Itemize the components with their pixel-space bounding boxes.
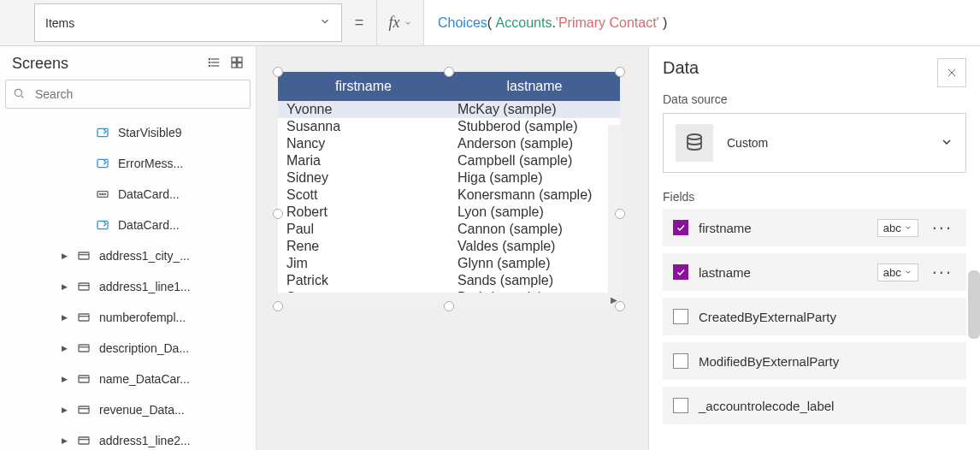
- table-row[interactable]: NancyAnderson (sample): [278, 135, 620, 152]
- field-row[interactable]: _accountrolecode_label: [663, 387, 966, 424]
- field-row[interactable]: firstnameabc ···: [663, 209, 966, 246]
- tree-item[interactable]: ▶address1_city_...: [0, 240, 256, 271]
- tree-item[interactable]: ErrorMess...: [0, 148, 256, 179]
- property-name: Items: [45, 16, 74, 30]
- data-panel-title: Data: [663, 58, 699, 78]
- data-table-rows: YvonneMcKay (sample)SusannaStubberod (sa…: [278, 101, 620, 306]
- checkbox[interactable]: [673, 398, 688, 413]
- caret-right-icon[interactable]: ▶: [60, 436, 68, 445]
- caret-right-icon[interactable]: ▶: [60, 282, 68, 291]
- tree-view: StarVisible9ErrorMess...DataCard...DataC…: [0, 114, 256, 450]
- table-cell: Sidney: [278, 169, 449, 187]
- resize-handle[interactable]: [444, 67, 454, 77]
- table-row[interactable]: ScottKonersmann (sample): [278, 187, 620, 204]
- field-row[interactable]: lastnameabc ···: [663, 253, 966, 291]
- fx-button[interactable]: fx: [376, 0, 424, 45]
- data-source-selector[interactable]: Custom: [663, 113, 966, 173]
- list-view-icon[interactable]: [208, 56, 221, 72]
- fields-label: Fields: [663, 190, 966, 204]
- svg-rect-6: [232, 57, 236, 62]
- search-input[interactable]: [32, 80, 250, 108]
- resize-handle[interactable]: [273, 301, 283, 311]
- field-type-select[interactable]: abc: [877, 263, 918, 281]
- tree-item[interactable]: ▶description_Da...: [0, 333, 256, 364]
- tree-item-label: ErrorMess...: [118, 157, 183, 170]
- checkbox[interactable]: [673, 220, 688, 235]
- svg-rect-29: [79, 406, 89, 413]
- table-row[interactable]: SidneyHiga (sample): [278, 169, 620, 187]
- table-header-cell[interactable]: firstname: [278, 72, 449, 101]
- table-row[interactable]: PatrickSands (sample): [278, 272, 620, 289]
- svg-rect-31: [79, 437, 89, 444]
- tree-item[interactable]: ▶revenue_Data...: [0, 394, 256, 425]
- svg-rect-19: [79, 252, 89, 259]
- caret-right-icon[interactable]: ▶: [60, 375, 68, 383]
- field-name: firstname: [699, 221, 867, 235]
- datacard-icon: [75, 249, 92, 263]
- resize-handle[interactable]: [615, 209, 625, 219]
- svg-point-4: [209, 62, 210, 62]
- resize-handle[interactable]: [615, 67, 625, 77]
- table-row[interactable]: YvonneMcKay (sample): [278, 101, 620, 118]
- scrollbar-vertical[interactable]: [968, 270, 980, 339]
- checkbox[interactable]: [673, 264, 688, 280]
- caret-right-icon[interactable]: ▶: [60, 344, 68, 352]
- tree-item[interactable]: ▶numberofempl...: [0, 302, 256, 333]
- caret-right-icon[interactable]: ▶: [60, 313, 68, 322]
- field-name: _accountrolecode_label: [699, 399, 956, 413]
- svg-point-35: [688, 134, 701, 139]
- property-select[interactable]: Items: [34, 3, 342, 42]
- datacard-icon: [75, 372, 92, 386]
- table-row[interactable]: MariaCampbell (sample): [278, 152, 620, 169]
- table-cell: Maria: [278, 152, 449, 169]
- table-row[interactable]: ReneValdes (sample): [278, 238, 620, 255]
- grid-view-icon[interactable]: [230, 56, 244, 72]
- screens-title: Screens: [12, 55, 68, 73]
- formula-bar: Items = fx Choices( Accounts.'Primary Co…: [0, 0, 980, 46]
- field-row[interactable]: CreatedByExternalParty: [663, 298, 966, 335]
- caret-right-icon[interactable]: ▶: [60, 252, 68, 260]
- resize-handle[interactable]: [444, 301, 454, 311]
- checkbox[interactable]: [673, 353, 688, 369]
- table-row[interactable]: PaulCannon (sample): [278, 221, 620, 238]
- tree-item-label: StarVisible9: [118, 126, 181, 139]
- search-box: [5, 80, 251, 109]
- table-cell: McKay (sample): [449, 101, 620, 118]
- table-row[interactable]: JimGlynn (sample): [278, 255, 620, 272]
- resize-handle[interactable]: [273, 67, 283, 77]
- table-cell: Scott: [278, 187, 449, 204]
- datacard-icon: [75, 311, 92, 324]
- resize-handle[interactable]: [273, 209, 283, 219]
- more-icon[interactable]: ···: [929, 261, 956, 283]
- field-row[interactable]: ModifiedByExternalParty: [663, 342, 966, 380]
- table-cell: Rene: [278, 238, 449, 255]
- formula-input[interactable]: Choices( Accounts.'Primary Contact' ): [424, 0, 980, 45]
- svg-rect-23: [79, 314, 89, 321]
- tree-item[interactable]: ▶name_DataCar...: [0, 364, 256, 394]
- table-header-cell[interactable]: lastname: [449, 72, 620, 101]
- checkbox[interactable]: [673, 309, 688, 324]
- equals-label: =: [342, 0, 376, 45]
- svg-point-15: [100, 193, 101, 194]
- datacard-icon: [75, 403, 92, 417]
- resize-handle[interactable]: [615, 301, 625, 311]
- table-cell: Anderson (sample): [449, 135, 620, 152]
- canvas[interactable]: firstnamelastname YvonneMcKay (sample)Su…: [257, 46, 648, 450]
- more-icon[interactable]: ···: [929, 216, 956, 239]
- caret-right-icon[interactable]: ▶: [60, 406, 68, 414]
- svg-point-17: [104, 193, 105, 194]
- tree-item[interactable]: StarVisible9: [0, 117, 256, 148]
- data-table-control[interactable]: firstnamelastname YvonneMcKay (sample)Su…: [278, 72, 620, 306]
- table-row[interactable]: SusannaStubberod (sample): [278, 118, 620, 135]
- database-icon: [676, 124, 713, 162]
- field-name: lastname: [699, 265, 867, 280]
- field-type-select[interactable]: abc: [877, 219, 918, 237]
- tree-item[interactable]: DataCard...: [0, 179, 256, 210]
- card-icon: [94, 187, 111, 201]
- svg-point-3: [209, 58, 210, 59]
- tree-item[interactable]: ▶address1_line2...: [0, 425, 256, 450]
- close-button[interactable]: [937, 58, 966, 87]
- tree-item[interactable]: DataCard...: [0, 210, 256, 240]
- table-row[interactable]: RobertLyon (sample): [278, 204, 620, 221]
- tree-item[interactable]: ▶address1_line1...: [0, 271, 256, 302]
